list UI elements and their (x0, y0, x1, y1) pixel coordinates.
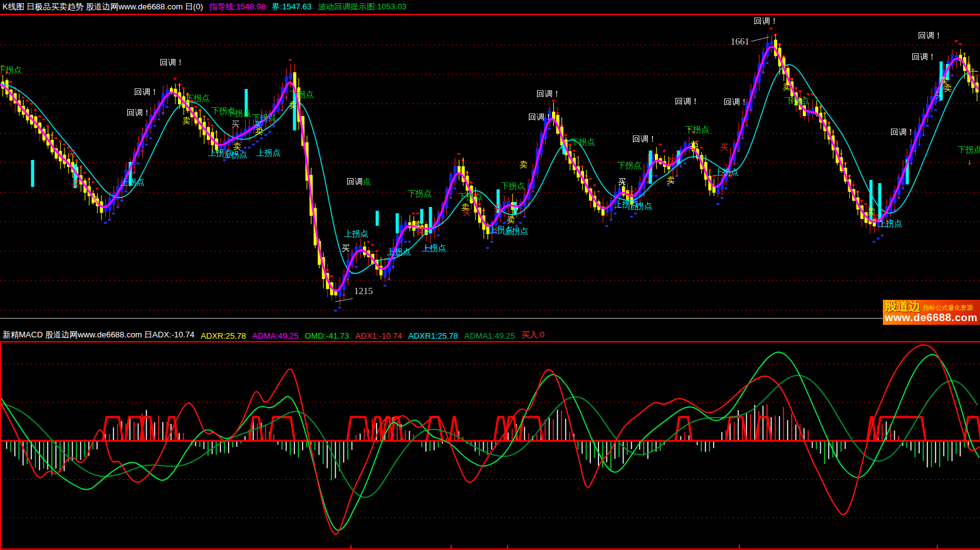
omd-value: OMD:-41.73 (305, 331, 349, 341)
adma-value: ADMA:49.25 (253, 331, 299, 341)
watermark-brand: 股道边 (885, 300, 920, 312)
adxr-value: ADXR:25.78 (201, 331, 246, 341)
guide-line-value: 指导线:1548.98 (209, 1, 266, 13)
macd-chart-canvas[interactable] (0, 342, 980, 550)
boundary-value: 界:1547.63 (272, 1, 312, 13)
macd-titlebar: 新精MACD 股道边网www.de6688.com 日ADX:-10.74 AD… (0, 319, 980, 341)
watermark-url: www.de6688.com (885, 312, 977, 324)
trading-app-window: K线图 日极品买卖趋势 股道边网www.de6688.com 日(0) 指导线:… (0, 0, 980, 550)
kline-chart-canvas[interactable] (0, 15, 980, 318)
adx1-value: ADX1:-10.74 (355, 331, 402, 341)
kline-title-text: K线图 日极品买卖趋势 股道边网www.de6688.com 日(0) (3, 1, 203, 13)
buy-signal-value: 买入:0 (521, 329, 545, 341)
adxr1-value: ADXR1:25.78 (409, 331, 459, 341)
macd-title-text: 新精MACD 股道边网www.de6688.com 日ADX:-10.74 (3, 329, 194, 341)
adma1-value: ADMA1:49.25 (464, 331, 515, 341)
watermark-logo[interactable]: 股道边 指标公式量化资源 www.de6688.com (883, 300, 980, 325)
kline-titlebar: K线图 日极品买卖趋势 股道边网www.de6688.com 日(0) 指导线:… (0, 0, 980, 14)
panel-divider[interactable] (0, 318, 980, 319)
wave-callback-value: 波动回调提示图:1053.03 (318, 1, 407, 13)
